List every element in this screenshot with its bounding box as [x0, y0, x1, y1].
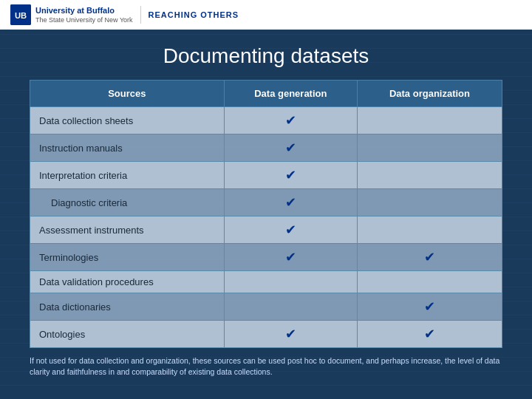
page-title: Documenting datasets — [30, 44, 502, 68]
table-row: Data validation procedures — [30, 271, 502, 293]
footnote-text: If not used for data collection and orga… — [30, 355, 502, 377]
table-container: Sources Data generation Data organizatio… — [30, 80, 502, 348]
col-header-data-organization: Data organization — [357, 81, 502, 107]
source-cell: Diagnostic criteria — [30, 189, 225, 216]
source-cell: Instruction manuals — [30, 134, 225, 162]
org-check-cell — [357, 271, 502, 293]
org-check-cell: ✔ — [357, 244, 502, 271]
gen-check-cell: ✔ — [224, 134, 357, 162]
header-bar: UB University at Buffalo The State Unive… — [0, 0, 532, 30]
table-body: Data collection sheets✔Instruction manua… — [30, 107, 502, 348]
source-cell: Data dictionaries — [30, 293, 225, 321]
checkmark-icon: ✔ — [285, 168, 296, 183]
ub-logo-icon: UB — [10, 4, 31, 25]
svg-text:UB: UB — [15, 11, 27, 20]
source-cell: Data validation procedures — [30, 271, 225, 293]
gen-check-cell: ✔ — [224, 216, 357, 244]
source-cell: Data collection sheets — [30, 107, 225, 134]
documentation-table: Sources Data generation Data organizatio… — [30, 80, 502, 348]
university-name-block: University at Buffalo The State Universi… — [35, 6, 133, 23]
source-cell: Interpretation criteria — [30, 162, 225, 189]
org-check-cell — [357, 216, 502, 244]
gen-check-cell: ✔ — [224, 244, 357, 271]
org-check-cell: ✔ — [357, 321, 502, 348]
table-row: Terminologies✔✔ — [30, 244, 502, 271]
checkmark-icon: ✔ — [285, 327, 296, 341]
org-check-cell: ✔ — [357, 293, 502, 321]
table-row: Interpretation criteria✔ — [30, 162, 502, 189]
university-state: The State University of New York — [35, 16, 133, 24]
gen-check-cell: ✔ — [224, 162, 357, 189]
table-row: Data dictionaries✔ — [30, 293, 502, 321]
gen-check-cell: ✔ — [224, 321, 357, 348]
gen-check-cell — [224, 293, 357, 321]
gen-check-cell: ✔ — [224, 189, 357, 216]
gen-check-cell — [224, 271, 357, 293]
col-header-data-generation: Data generation — [224, 81, 357, 107]
table-row: Data collection sheets✔ — [30, 107, 502, 134]
org-check-cell — [357, 134, 502, 162]
checkmark-icon: ✔ — [285, 222, 296, 237]
logo-area: UB University at Buffalo The State Unive… — [10, 4, 133, 25]
table-row: Instruction manuals✔ — [30, 134, 502, 162]
gen-check-cell: ✔ — [224, 107, 357, 134]
table-row: Diagnostic criteria✔ — [30, 189, 502, 216]
source-cell: Assessment instruments — [30, 216, 225, 244]
checkmark-icon: ✔ — [424, 250, 435, 265]
org-check-cell — [357, 162, 502, 189]
university-name: University at Buffalo — [35, 6, 133, 16]
table-header-row: Sources Data generation Data organizatio… — [30, 81, 502, 107]
source-cell: Terminologies — [30, 244, 225, 271]
checkmark-icon: ✔ — [424, 299, 435, 314]
slogan-text: REACHING OTHERS — [149, 10, 239, 19]
header-divider — [140, 6, 141, 24]
table-row: Assessment instruments✔ — [30, 216, 502, 244]
col-header-sources: Sources — [30, 81, 225, 107]
checkmark-icon: ✔ — [424, 327, 435, 341]
checkmark-icon: ✔ — [285, 113, 296, 128]
checkmark-icon: ✔ — [285, 195, 296, 210]
checkmark-icon: ✔ — [285, 140, 296, 155]
source-cell: Ontologies — [30, 321, 225, 348]
checkmark-icon: ✔ — [285, 250, 296, 265]
org-check-cell — [357, 107, 502, 134]
table-row: Ontologies✔✔ — [30, 321, 502, 348]
main-content: Documenting datasets Sources Data genera… — [0, 30, 532, 384]
org-check-cell — [357, 189, 502, 216]
